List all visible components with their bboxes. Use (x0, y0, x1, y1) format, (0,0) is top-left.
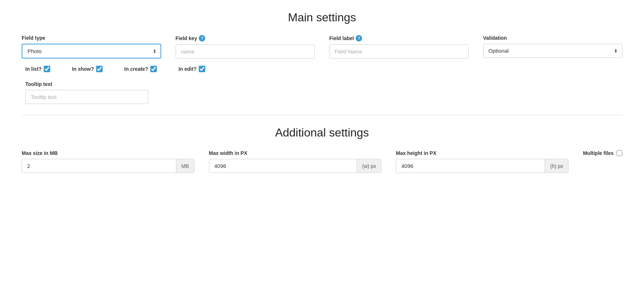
tooltip-input[interactable] (25, 90, 148, 104)
in-edit-label: In edit? (179, 66, 197, 72)
field-type-label: Field type (22, 35, 161, 41)
validation-select[interactable]: Optional Required (483, 44, 623, 58)
field-type-select-wrapper: Photo Text Number Date File ⬍ (22, 44, 161, 58)
field-key-input[interactable] (176, 44, 315, 58)
max-size-suffix: MB (176, 159, 194, 173)
main-settings-title: Main settings (22, 11, 622, 24)
field-type-group: Field type Photo Text Number Date File ⬍ (22, 35, 168, 58)
max-height-label: Max height in PX (396, 150, 568, 156)
in-show-label: In show? (72, 66, 94, 72)
in-create-label: In create? (124, 66, 148, 72)
max-width-input-wrapper: (w) px (209, 159, 382, 173)
max-width-label: Max width in PX (209, 150, 382, 156)
max-height-input-wrapper: (h) px (396, 159, 568, 173)
in-show-group: In show? (72, 66, 103, 72)
in-create-group: In create? (124, 66, 157, 72)
checkboxes-row: In list? In show? In create? In edit? (22, 66, 622, 72)
page-wrapper: Main settings Field type Photo Text Numb… (0, 0, 644, 184)
validation-select-wrapper: Optional Required ⬍ (483, 44, 623, 58)
max-height-input[interactable] (396, 159, 545, 173)
in-show-checkbox[interactable] (96, 66, 103, 72)
multiple-files-group: Multiple files (576, 150, 622, 159)
section-divider (22, 115, 622, 115)
in-create-checkbox[interactable] (150, 66, 157, 72)
in-list-label: In list? (25, 66, 42, 72)
max-width-suffix: (w) px (357, 159, 381, 173)
in-list-checkbox[interactable] (44, 66, 50, 72)
in-edit-group: In edit? (179, 66, 205, 72)
field-key-help-icon[interactable]: ? (199, 35, 205, 42)
field-label-help-icon[interactable]: ? (356, 35, 362, 42)
additional-settings-section: Additional settings Max size in MB MB Ma… (22, 126, 622, 173)
field-label-group: Field label ? (322, 35, 476, 58)
tooltip-label: Tooltip text (25, 81, 622, 87)
multiple-files-label-text: Multiple files (583, 150, 614, 156)
max-size-group: Max size in MB MB (22, 150, 202, 173)
max-size-label: Max size in MB (22, 150, 194, 156)
fields-row: Field type Photo Text Number Date File ⬍… (22, 35, 622, 58)
max-width-group: Max width in PX (w) px (202, 150, 389, 173)
in-list-group: In list? (25, 66, 50, 72)
additional-fields-row: Max size in MB MB Max width in PX (w) px… (22, 150, 622, 173)
additional-settings-title: Additional settings (22, 126, 622, 139)
in-edit-checkbox[interactable] (199, 66, 205, 72)
tooltip-section: Tooltip text (22, 81, 622, 104)
field-label-input[interactable] (329, 44, 469, 58)
main-settings-section: Main settings Field type Photo Text Numb… (22, 11, 622, 104)
validation-label: Validation (483, 35, 623, 41)
max-height-group: Max height in PX (h) px (388, 150, 576, 173)
multiple-files-label-wrapper: Multiple files (583, 150, 622, 156)
validation-group: Validation Optional Required ⬍ (476, 35, 623, 58)
field-key-label: Field key ? (176, 35, 315, 42)
field-key-group: Field key ? (168, 35, 322, 58)
field-type-select[interactable]: Photo Text Number Date File (22, 44, 161, 58)
max-size-input[interactable] (22, 159, 176, 173)
multiple-files-checkbox[interactable] (617, 150, 622, 156)
max-size-input-wrapper: MB (22, 159, 194, 173)
max-height-suffix: (h) px (545, 159, 568, 173)
field-label-label: Field label ? (329, 35, 469, 42)
max-width-input[interactable] (209, 159, 357, 173)
